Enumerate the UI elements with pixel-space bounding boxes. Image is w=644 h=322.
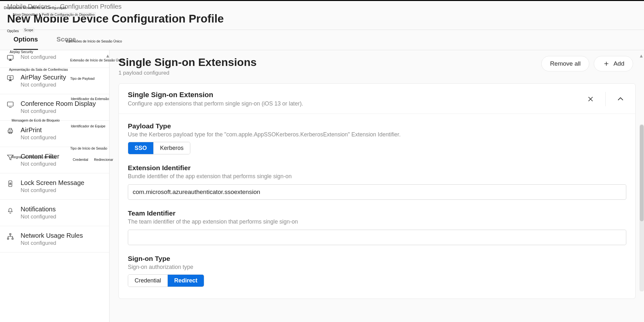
bell-icon <box>6 206 15 214</box>
extension-identifier-field: Extension Identifier Bundle identifier o… <box>128 164 626 200</box>
signon-type-label: Sign-on Type <box>128 255 626 262</box>
signon-type-segmented: Credential Redirect <box>128 274 204 287</box>
breadcrumb-sep: : <box>54 3 56 10</box>
sidebar-item-sub: Not configured <box>21 82 66 88</box>
tab-options[interactable]: Options <box>14 30 38 50</box>
divider <box>605 92 606 106</box>
payload-type-field: Payload Type Use the Kerberos payload ty… <box>128 122 626 154</box>
svg-marker-1 <box>9 59 12 61</box>
team-identifier-label: Team Identifier <box>128 209 626 217</box>
extension-identifier-label: Extension Identifier <box>128 164 626 172</box>
payload-type-sso[interactable]: SSO <box>128 142 153 154</box>
breadcrumb-part2[interactable]: Configuration Profiles <box>60 3 121 10</box>
content-area: ▴ Single Sign-on Extensions 1 payload co… <box>109 50 644 322</box>
sidebar-item-sub: Not configured <box>21 240 83 246</box>
sidebar-item-sub: Not configured <box>21 54 56 60</box>
content-subtitle: 1 payload configured <box>118 70 257 76</box>
sidebar-item-sub: Not configured <box>21 187 84 194</box>
sidebar-scroll-up-icon[interactable]: ▴ <box>106 52 109 59</box>
payload-type-hint: Use the Kerberos payload type for the "c… <box>128 131 626 138</box>
sso-extension-card: Single Sign-on Extension Configure app e… <box>118 83 636 299</box>
sidebar-item-airplay-security[interactable]: AirPlay Security Not configured <box>0 68 109 94</box>
display-icon <box>6 101 15 108</box>
svg-marker-3 <box>9 79 12 81</box>
remove-all-label: Remove all <box>550 60 581 67</box>
scrollbar-thumb[interactable] <box>640 125 644 221</box>
sidebar-item-sub: Not configured <box>21 108 96 115</box>
team-identifier-field: Team Identifier The team identifier of t… <box>128 209 626 245</box>
remove-all-button[interactable]: Remove all <box>541 56 589 71</box>
extension-identifier-hint: Bundle identifier of the app extension t… <box>128 173 626 180</box>
payload-type-kerberos[interactable]: Kerberos <box>153 142 190 154</box>
chevron-up-icon[interactable] <box>615 93 626 105</box>
page-title: New Mobile Device Configuration Profile <box>7 12 637 30</box>
add-button[interactable]: ＋ Add <box>594 56 633 71</box>
sidebar-item-label: Conference Room Display <box>21 100 96 107</box>
sidebar-item-network-usage[interactable]: Network Usage Rules Not configured <box>0 226 109 253</box>
svg-rect-15 <box>12 238 13 239</box>
network-icon <box>6 233 15 240</box>
sidebar-item-label: Content Filter <box>21 153 59 160</box>
airplay-icon <box>6 54 15 62</box>
filter-icon <box>6 153 15 161</box>
svg-rect-11 <box>9 181 12 187</box>
close-icon[interactable] <box>585 93 596 105</box>
sidebar-item-sub: Not configured <box>21 134 56 141</box>
tab-scope[interactable]: Scope <box>57 30 76 50</box>
svg-marker-10 <box>7 155 13 160</box>
sidebar-item-label: Network Usage Rules <box>21 232 83 239</box>
sidebar-item-airprint[interactable]: AirPrint Not configured <box>0 121 109 147</box>
breadcrumb-part1[interactable]: Mobile Devices <box>7 3 51 10</box>
sidebar-item-notifications[interactable]: Notifications Not configured <box>0 200 109 226</box>
sidebar-item-label: AirPrint <box>21 126 56 134</box>
add-label: Add <box>613 60 624 67</box>
sidebar-item-conference-room[interactable]: Conference Room Display Not configured <box>0 94 109 121</box>
sidebar-item-label: AirPlay Security <box>21 74 66 81</box>
airplay-security-icon <box>6 74 15 82</box>
content-scroll-up-icon[interactable]: ▴ <box>640 52 643 59</box>
svg-point-4 <box>10 77 11 78</box>
team-identifier-hint: The team identifier of the app extension… <box>128 218 626 225</box>
sidebar-item-label: Lock Screen Message <box>21 179 84 187</box>
sidebar-item-sub: Not configured <box>21 214 56 220</box>
extension-identifier-input[interactable] <box>128 184 626 200</box>
sidebar-item-content-filter[interactable]: Content Filter Not configured <box>0 147 109 173</box>
phone-lock-icon <box>6 180 15 188</box>
printer-icon <box>6 127 15 135</box>
svg-rect-8 <box>9 128 12 130</box>
payload-type-label: Payload Type <box>128 122 626 130</box>
svg-rect-14 <box>7 238 9 239</box>
team-identifier-input[interactable] <box>128 230 626 245</box>
payload-type-segmented: SSO Kerberos <box>128 142 190 154</box>
vertical-scrollbar[interactable] <box>639 124 644 291</box>
signon-type-hint: Sign-on authorization type <box>128 264 626 271</box>
sidebar-item-sub: Not configured <box>21 161 59 167</box>
sidebar[interactable]: ▴ Not configured AirPlay Security Not co… <box>0 50 109 322</box>
signon-type-redirect[interactable]: Redirect <box>167 275 204 287</box>
svg-rect-13 <box>10 234 11 235</box>
signon-type-field: Sign-on Type Sign-on authorization type … <box>128 255 626 287</box>
card-desc: Configure app extensions that perform si… <box>128 100 303 107</box>
signon-type-credential[interactable]: Credential <box>128 275 167 287</box>
breadcrumb[interactable]: Mobile Devices : Configuration Profiles <box>7 3 637 10</box>
svg-rect-5 <box>7 102 13 106</box>
sidebar-item-lock-screen[interactable]: Lock Screen Message Not configured <box>0 173 109 200</box>
plus-icon: ＋ <box>602 60 610 67</box>
card-title: Single Sign-on Extension <box>128 91 303 99</box>
sidebar-item-label: Notifications <box>21 206 56 213</box>
content-title: Single Sign-on Extensions <box>118 56 257 69</box>
sidebar-item-0[interactable]: Not configured <box>0 50 109 68</box>
svg-rect-12 <box>10 183 11 185</box>
